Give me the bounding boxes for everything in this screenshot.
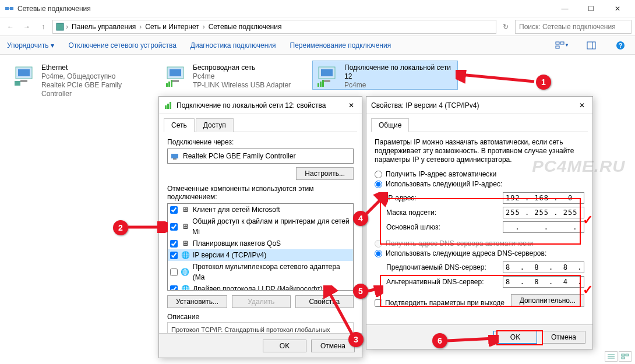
connection-wireless[interactable]: Беспроводная сеть Pc4me TP-LINK Wireless… [161, 61, 306, 90]
component-checkbox[interactable] [170, 268, 178, 276]
checkmark-icon: ✓ [583, 282, 593, 298]
dns1-input[interactable] [503, 261, 584, 273]
install-button[interactable]: Установить... [167, 295, 227, 308]
ok-button[interactable]: OK [263, 340, 306, 352]
adapter-display: Realtek PCIe GBE Family Controller [167, 149, 354, 164]
back-button[interactable]: ← [3, 20, 17, 34]
svg-rect-5 [560, 42, 564, 44]
component-checkbox[interactable] [170, 223, 178, 231]
crumb-network-connections[interactable]: Сетевые подключения [206, 23, 284, 31]
refresh-button[interactable]: ↻ [499, 20, 513, 34]
svg-rect-24 [318, 83, 319, 87]
annotation-circle-3: 3 [348, 332, 364, 347]
close-icon[interactable]: ✕ [345, 100, 357, 111]
connection-ethernet[interactable]: Ethernet Pc4me, Общедоступно Realtek PCI… [9, 61, 155, 90]
connection-adapter: Realtek PCIe GBE Family Controller [41, 81, 152, 98]
ethernet-icon [12, 63, 37, 88]
component-qos[interactable]: 🖥Планировщик пакетов QoS [168, 238, 353, 249]
configure-button[interactable]: Настроить... [296, 167, 354, 180]
tab-sharing[interactable]: Доступ [196, 118, 234, 132]
svg-rect-41 [622, 354, 625, 356]
annotation-circle-2: 2 [113, 220, 128, 235]
component-file-sharing[interactable]: 🖥Общий доступ к файлам и принтерам для с… [168, 215, 353, 238]
component-multiplexor[interactable]: 🌐Протокол мультиплексора сетевого адапте… [168, 261, 353, 283]
ip-address-input[interactable] [503, 192, 584, 204]
gateway-label: Основной шлюз: [386, 223, 503, 231]
annotation-circle-6: 6 [432, 333, 447, 348]
svg-rect-18 [166, 83, 168, 87]
protocol-icon: 🌐 [181, 250, 190, 260]
up-button[interactable]: ↑ [36, 20, 50, 34]
component-ipv4[interactable]: 🌐IP версии 4 (TCP/IPv4) [168, 249, 353, 261]
chevron-right-icon: › [139, 23, 142, 31]
subnet-mask-input[interactable] [503, 207, 584, 218]
diagnose-button[interactable]: Диагностика подключения [190, 41, 276, 50]
close-icon[interactable]: ✕ [576, 100, 588, 111]
tab-general[interactable]: Общие [371, 118, 409, 132]
component-checkbox[interactable] [170, 285, 178, 291]
dns2-input[interactable] [503, 276, 584, 288]
dns2-label: Альтернативный DNS-сервер: [386, 278, 503, 286]
component-checkbox[interactable] [170, 240, 178, 248]
radio-manual-dns[interactable]: Использовать следующие адреса DNS-сервер… [375, 249, 584, 257]
organize-menu[interactable]: Упорядочить ▾ [7, 41, 54, 50]
description-label: Описание [167, 313, 354, 321]
components-list[interactable]: 🖥Клиент для сетей Microsoft 🖥Общий досту… [167, 203, 354, 291]
gateway-input[interactable] [503, 221, 584, 233]
svg-rect-6 [556, 46, 559, 48]
maximize-button[interactable]: ☐ [578, 0, 604, 17]
command-bar: Упорядочить ▾ Отключение сетевого устрой… [0, 36, 635, 55]
forward-button[interactable]: → [20, 20, 34, 34]
components-label: Отмеченные компоненты используются этим … [167, 185, 354, 201]
advanced-button[interactable]: Дополнительно... [511, 294, 584, 307]
search-input[interactable] [515, 20, 632, 34]
radio-input[interactable] [375, 250, 382, 257]
confirm-on-exit-checkbox[interactable] [375, 299, 382, 307]
rename-button[interactable]: Переименование подключения [290, 41, 391, 50]
svg-rect-14 [15, 81, 20, 86]
chevron-right-icon: › [66, 23, 68, 31]
component-client-microsoft[interactable]: 🖥Клиент для сетей Microsoft [168, 204, 353, 215]
view-options-button[interactable]: ▼ [555, 38, 570, 53]
svg-rect-4 [556, 42, 559, 44]
adapter-icon [170, 151, 179, 161]
svg-rect-0 [5, 7, 9, 10]
window-titlebar: Сетевые подключения — ☐ ✕ [0, 0, 635, 17]
component-lldp[interactable]: 🌐Драйвер протокола LLDP (Майкрософт) [168, 283, 353, 291]
window-icon [5, 4, 14, 13]
large-icons-view-icon[interactable] [619, 351, 632, 362]
svg-rect-19 [168, 82, 170, 87]
help-button[interactable]: ? [613, 38, 628, 53]
disable-device-button[interactable]: Отключение сетевого устройства [68, 41, 176, 50]
crumb-network-internet[interactable]: Сеть и Интернет [143, 23, 201, 31]
protocol-icon: 🌐 [181, 284, 190, 291]
component-checkbox[interactable] [170, 252, 178, 259]
properties-button[interactable]: Свойства [295, 295, 354, 308]
annotation-circle-4: 4 [353, 211, 368, 226]
svg-rect-29 [170, 102, 171, 109]
breadcrumb[interactable]: › Панель управления › Сеть и Интернет › … [52, 20, 496, 34]
connection-name: Ethernet [41, 63, 152, 72]
crumb-control-panel[interactable]: Панель управления [69, 23, 138, 31]
chevron-down-icon: ▾ [51, 41, 54, 50]
tab-network[interactable]: Сеть [164, 118, 195, 132]
radio-manual-ip[interactable]: Использовать следующий IP-адрес: [375, 180, 584, 188]
radio-input[interactable] [375, 181, 382, 188]
connection-local-12[interactable]: Подключение по локальной сети 12 Pc4me [312, 61, 458, 90]
svg-rect-7 [587, 42, 595, 49]
preview-pane-button[interactable] [584, 38, 599, 53]
radio-input[interactable] [375, 171, 382, 178]
close-button[interactable]: ✕ [604, 0, 630, 17]
dialog-footer: OK Отмена [366, 324, 592, 349]
cancel-button[interactable]: Отмена [542, 331, 585, 344]
details-view-icon[interactable] [605, 351, 618, 362]
component-checkbox[interactable] [170, 206, 178, 214]
annotation-circle-5: 5 [353, 284, 368, 299]
svg-rect-23 [323, 80, 330, 82]
minimize-button[interactable]: — [552, 0, 578, 17]
dialog-tabs: Сеть Доступ [164, 118, 357, 132]
ok-button[interactable]: OK [493, 331, 537, 344]
client-icon: 🖥 [181, 205, 190, 214]
protocol-icon: 🌐 [181, 267, 190, 277]
service-icon: 🖥 [181, 222, 189, 231]
